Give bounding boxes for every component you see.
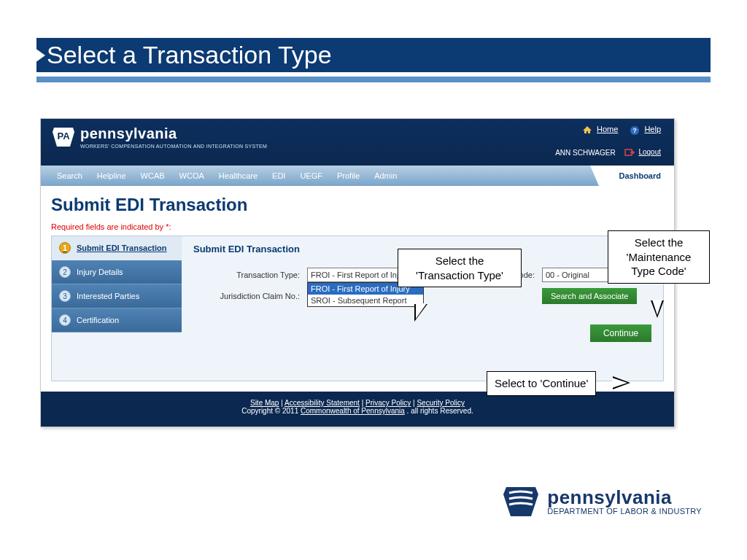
wizard-step-label: Injury Details (77, 268, 123, 276)
logout-icon (624, 148, 635, 157)
nav-wcab[interactable]: WCAB (133, 171, 172, 180)
wizard-step-label: Submit EDI Transaction (77, 244, 166, 252)
app-footer: Site Map | Accessibility Statement | Pri… (41, 392, 674, 427)
callout-text: Select the 'Transaction Type' (416, 254, 503, 281)
wizard-step-2[interactable]: 2 Injury Details (52, 260, 182, 284)
nav-uegf[interactable]: UEGF (293, 171, 330, 180)
callout-transaction-type: Select the 'Transaction Type' (398, 249, 522, 287)
callout-text: Select the 'Maintenance Type Code' (627, 236, 692, 277)
callout-text: Select to 'Continue' (495, 377, 588, 389)
footer-link-commonwealth[interactable]: Commonwealth of Pennsylvania (301, 407, 405, 415)
header-links: Home ? Help (582, 125, 661, 134)
home-icon (582, 125, 592, 134)
wizard-step-num: 4 (59, 314, 71, 326)
maintenance-type-value: 00 - Original (546, 271, 589, 279)
footer-links: Site Map | Accessibility Statement | Pri… (41, 399, 674, 407)
continue-row: Continue (193, 324, 651, 342)
svg-text:PA: PA (57, 131, 70, 141)
user-name: ANN SCHWAGER (555, 149, 615, 157)
wizard-step-3[interactable]: 3 Interested Parties (52, 284, 182, 308)
required-note: Required fields are indicated by *: (51, 222, 664, 231)
user-row: ANN SCHWAGER Logout (555, 148, 661, 157)
continue-button[interactable]: Continue (590, 324, 651, 342)
footer-link-sitemap[interactable]: Site Map (250, 399, 279, 407)
nav-admin[interactable]: Admin (367, 171, 404, 180)
wizard-step-num: 1 (59, 242, 71, 254)
wizard-step-4[interactable]: 4 Certification (52, 308, 182, 332)
dashboard-tab[interactable]: Dashboard (599, 166, 674, 186)
nav-search[interactable]: Search (50, 171, 90, 180)
wizard-step-num: 3 (59, 290, 71, 302)
nav-helpline[interactable]: Helpline (90, 171, 133, 180)
dept-logo-name: pennsylvania (547, 488, 702, 507)
nav-healthcare[interactable]: Healthcare (212, 171, 265, 180)
brand-subtitle: WORKERS' COMPENSATION AUTOMATION AND INT… (80, 144, 267, 149)
jurisdiction-label: Jurisdiction Claim No.: (193, 292, 303, 300)
navbar: Search Helpline WCAB WCOA Healthcare EDI… (41, 166, 674, 186)
footer-link-security[interactable]: Security Policy (417, 399, 465, 407)
nav-wcoa[interactable]: WCOA (172, 171, 212, 180)
brand-state: pennsylvania (80, 126, 267, 141)
callout-continue: Select to 'Continue' (487, 371, 596, 396)
slide-title: Select a Transaction Type (36, 38, 711, 72)
footer-copyright: Copyright © 2011 Commonwealth of Pennsyl… (41, 407, 674, 415)
keystone-icon: PA (51, 126, 76, 148)
nav-edi[interactable]: EDI (265, 171, 293, 180)
wizard-nav: 1 Submit EDI Transaction 2 Injury Detail… (52, 236, 182, 381)
footer-link-privacy[interactable]: Privacy Policy (365, 399, 411, 407)
logout-link[interactable]: Logout (624, 148, 661, 157)
page-body: Submit EDI Transaction Required fields a… (41, 186, 674, 381)
transaction-type-value: FROI - First Report of Inju (311, 271, 403, 279)
nav-profile[interactable]: Profile (330, 171, 367, 180)
search-associate-button[interactable]: Search and Associate (542, 288, 637, 304)
callout-maintenance-type: Select the 'Maintenance Type Code' (608, 230, 710, 284)
slide-title-bar: Select a Transaction Type (36, 38, 711, 82)
wizard-step-num: 2 (59, 266, 71, 278)
app-header: PA pennsylvania WORKERS' COMPENSATION AU… (41, 119, 674, 166)
help-link[interactable]: ? Help (630, 125, 661, 134)
transaction-type-option-sroi[interactable]: SROI - Subsequent Report (308, 295, 423, 306)
svg-text:?: ? (633, 127, 638, 134)
page-title: Submit EDI Transaction (51, 195, 664, 215)
footer-link-accessibility[interactable]: Accessibility Statement (285, 399, 360, 407)
dept-logo-dept: DEPARTMENT OF LABOR & INDUSTRY (547, 507, 702, 516)
help-icon: ? (630, 125, 640, 134)
keystone-shield-icon (502, 484, 540, 519)
wizard-step-1[interactable]: 1 Submit EDI Transaction (52, 236, 182, 260)
dept-logo: pennsylvania DEPARTMENT OF LABOR & INDUS… (502, 484, 702, 519)
home-link[interactable]: Home (582, 125, 618, 134)
slide-title-underline (36, 77, 711, 82)
wizard-step-label: Interested Parties (77, 292, 139, 300)
brand-logo: PA pennsylvania WORKERS' COMPENSATION AU… (51, 126, 661, 149)
wizard-step-label: Certification (77, 316, 119, 324)
transaction-type-label: Transaction Type: (193, 271, 303, 279)
content-row: 1 Submit EDI Transaction 2 Injury Detail… (51, 236, 664, 381)
